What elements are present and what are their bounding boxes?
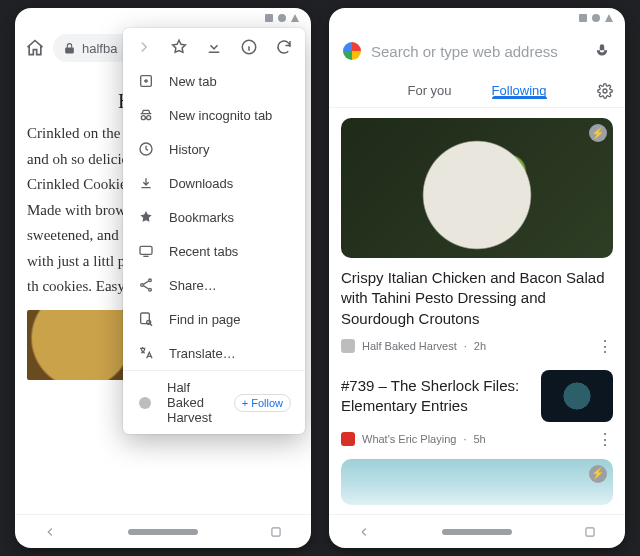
bookmark-star-icon — [137, 209, 155, 225]
svg-point-8 — [149, 288, 152, 291]
card-more-icon[interactable]: ⋮ — [597, 337, 613, 356]
svg-point-13 — [603, 89, 607, 93]
menu-item-translate[interactable]: Translate… — [123, 336, 305, 370]
home-pill[interactable] — [442, 529, 512, 535]
site-favicon-icon — [137, 395, 153, 411]
star-icon[interactable] — [170, 38, 188, 56]
recent-tabs-icon — [137, 243, 155, 259]
menu-label: History — [169, 142, 209, 157]
back-icon[interactable] — [43, 525, 57, 539]
mic-icon[interactable] — [593, 42, 611, 60]
svg-point-2 — [141, 116, 145, 120]
menu-item-new-tab[interactable]: New tab — [123, 64, 305, 98]
menu-label: New tab — [169, 74, 217, 89]
phone-left: halfba — HALF H A R Crinkled on the top,… — [15, 8, 311, 548]
svg-point-7 — [141, 284, 144, 287]
svg-point-6 — [149, 279, 152, 282]
svg-rect-9 — [141, 313, 150, 324]
svg-point-3 — [147, 116, 151, 120]
overflow-menu: New tab New incognito tab History Downlo… — [123, 28, 305, 434]
source-name: What's Eric Playing — [362, 433, 456, 445]
card-title[interactable]: Crispy Italian Chicken and Bacon Salad w… — [341, 268, 613, 329]
menu-item-follow-site[interactable]: Half Baked Harvest Follow — [123, 370, 305, 434]
info-icon[interactable] — [240, 38, 258, 56]
source-age: 2h — [474, 340, 486, 352]
system-nav — [329, 514, 625, 548]
amp-bolt-icon: ⚡ — [589, 124, 607, 142]
menu-label: Bookmarks — [169, 210, 234, 225]
status-triangle-icon — [605, 14, 613, 22]
card-thumb-image — [541, 370, 613, 422]
gear-icon[interactable] — [597, 83, 613, 99]
card-source-row: Half Baked Harvest · 2h ⋮ — [341, 337, 613, 356]
menu-label: Translate… — [169, 346, 236, 361]
feed[interactable]: ⚡ Crispy Italian Chicken and Bacon Salad… — [329, 108, 625, 514]
back-icon[interactable] — [357, 525, 371, 539]
menu-item-downloads[interactable]: Downloads — [123, 166, 305, 200]
menu-item-incognito[interactable]: New incognito tab — [123, 98, 305, 132]
source-favicon-icon — [341, 432, 355, 446]
history-icon — [137, 141, 155, 157]
overview-icon[interactable] — [583, 525, 597, 539]
system-nav — [15, 514, 311, 548]
svg-rect-5 — [140, 246, 152, 254]
source-name: Half Baked Harvest — [362, 340, 457, 352]
status-bar — [329, 8, 625, 28]
status-square-icon — [265, 14, 273, 22]
downloads-icon — [137, 175, 155, 191]
google-logo-icon — [343, 42, 361, 60]
follow-button[interactable]: Follow — [234, 394, 291, 412]
source-sep: · — [464, 340, 467, 352]
plus-box-icon — [137, 73, 155, 89]
menu-label: Share… — [169, 278, 217, 293]
home-pill[interactable] — [128, 529, 198, 535]
lock-icon — [63, 42, 76, 55]
card-hero-image[interactable]: ⚡ — [341, 118, 613, 258]
status-bar — [15, 8, 311, 28]
status-circle-icon — [592, 14, 600, 22]
svg-rect-14 — [586, 527, 594, 535]
search-row — [329, 28, 625, 74]
menu-icon-row — [123, 28, 305, 64]
menu-item-bookmarks[interactable]: Bookmarks — [123, 200, 305, 234]
incognito-icon — [137, 107, 155, 123]
share-icon — [137, 277, 155, 293]
source-age: 5h — [473, 433, 485, 445]
menu-item-recent[interactable]: Recent tabs — [123, 234, 305, 268]
card-source-row: What's Eric Playing · 5h ⋮ — [341, 430, 613, 449]
svg-point-11 — [139, 397, 151, 409]
tab-for-you[interactable]: For you — [408, 83, 452, 98]
follow-site-name: Half Baked Harvest — [167, 380, 220, 425]
menu-label: New incognito tab — [169, 108, 272, 123]
amp-bolt-icon: ⚡ — [589, 465, 607, 483]
home-icon[interactable] — [25, 38, 45, 58]
refresh-icon[interactable] — [275, 38, 293, 56]
card-title: #739 – The Sherlock Files: Elementary En… — [341, 376, 531, 415]
card-3-peek[interactable]: ⚡ — [341, 459, 613, 505]
find-icon — [137, 311, 155, 327]
menu-item-share[interactable]: Share… — [123, 268, 305, 302]
menu-item-history[interactable]: History — [123, 132, 305, 166]
menu-label: Downloads — [169, 176, 233, 191]
download-icon[interactable] — [205, 38, 223, 56]
tab-following[interactable]: Following — [492, 83, 547, 98]
source-favicon-icon — [341, 339, 355, 353]
status-circle-icon — [278, 14, 286, 22]
svg-rect-12 — [272, 527, 280, 535]
feed-tabs: For you Following — [329, 74, 625, 108]
forward-icon[interactable] — [135, 38, 153, 56]
menu-label: Find in page — [169, 312, 241, 327]
card-more-icon[interactable]: ⋮ — [597, 430, 613, 449]
url-text: halfba — [82, 41, 117, 56]
card-2[interactable]: #739 – The Sherlock Files: Elementary En… — [341, 370, 613, 422]
search-input[interactable] — [371, 43, 583, 60]
menu-item-find[interactable]: Find in page — [123, 302, 305, 336]
overview-icon[interactable] — [269, 525, 283, 539]
phone-right: For you Following ⚡ Crispy Italian Chick… — [329, 8, 625, 548]
source-sep: · — [463, 433, 466, 445]
menu-label: Recent tabs — [169, 244, 238, 259]
status-triangle-icon — [291, 14, 299, 22]
translate-icon — [137, 345, 155, 361]
status-square-icon — [579, 14, 587, 22]
